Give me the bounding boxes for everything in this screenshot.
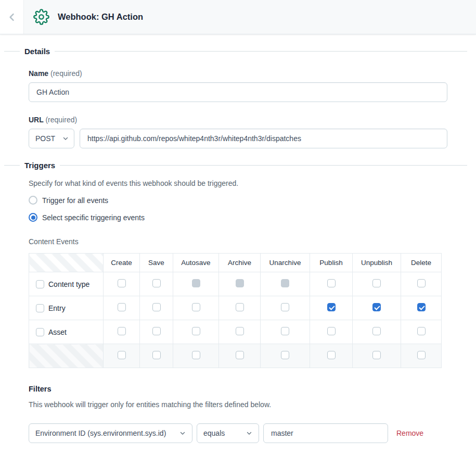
name-field-label: Name (required) — [29, 69, 447, 78]
app-header: Webhook: GH Action — [0, 0, 476, 34]
event-checkbox-save[interactable] — [152, 303, 161, 311]
event-checkbox-autosave[interactable] — [192, 303, 200, 311]
entity-row-label-cell: Content type — [29, 272, 104, 296]
column-header-unarchive: Unarchive — [261, 254, 310, 272]
table-row: Entry — [29, 296, 442, 320]
event-cell — [173, 320, 219, 344]
event-checkbox-archive[interactable] — [236, 351, 244, 359]
events-table-corner — [29, 254, 104, 272]
event-checkbox-create[interactable] — [118, 279, 126, 287]
event-checkbox-unpublish[interactable] — [372, 351, 381, 359]
row-select-checkbox[interactable] — [36, 280, 44, 288]
filter-operator-select[interactable]: equals — [197, 423, 259, 443]
event-checkbox-publish[interactable] — [327, 327, 336, 335]
table-row: Content type — [29, 272, 442, 296]
event-checkbox-autosave[interactable] — [192, 351, 200, 359]
radio-trigger-all-events[interactable]: Trigger for all events — [29, 196, 447, 205]
event-cell — [219, 272, 261, 296]
event-cell — [401, 296, 442, 320]
name-label: Name — [29, 69, 48, 78]
method-select[interactable]: POST — [29, 129, 74, 148]
event-checkbox-save[interactable] — [152, 327, 161, 335]
back-button[interactable] — [0, 0, 24, 34]
remove-filter-link[interactable]: Remove — [396, 429, 423, 437]
event-cell — [173, 344, 219, 368]
event-checkbox-archive — [236, 279, 244, 287]
entity-row-label-cell: Asset — [29, 320, 104, 344]
page-title: Webhook: GH Action — [58, 12, 143, 22]
event-checkbox-autosave[interactable] — [192, 327, 200, 335]
column-header-save: Save — [140, 254, 173, 272]
event-checkbox-unarchive[interactable] — [281, 327, 289, 335]
event-cell — [401, 344, 442, 368]
name-input[interactable] — [29, 82, 447, 102]
column-header-archive: Archive — [219, 254, 261, 272]
column-header-create: Create — [104, 254, 140, 272]
radio-select-specific-events[interactable]: Select specific triggering events — [29, 213, 447, 222]
event-checkbox-delete[interactable] — [417, 279, 426, 287]
event-checkbox-create[interactable] — [118, 327, 126, 335]
event-checkbox-unpublish[interactable] — [372, 327, 381, 335]
event-checkbox-publish[interactable] — [327, 279, 336, 287]
url-required-hint: (required) — [45, 116, 77, 124]
event-cell — [401, 320, 442, 344]
filter-row: Environment ID (sys.environment.sys.id) … — [29, 423, 447, 443]
filters-description: This webhook will trigger only for entit… — [29, 400, 447, 409]
chevron-down-icon — [179, 430, 186, 436]
gear-icon — [33, 9, 49, 25]
event-cell — [140, 344, 173, 368]
event-checkbox-save[interactable] — [152, 351, 161, 359]
radio-button[interactable] — [29, 213, 37, 222]
event-checkbox-archive[interactable] — [236, 303, 244, 311]
event-cell — [173, 272, 219, 296]
filter-field-value: Environment ID (sys.environment.sys.id) — [35, 429, 166, 437]
row-select-checkbox[interactable] — [36, 304, 44, 312]
event-cell — [310, 344, 353, 368]
event-cell — [173, 296, 219, 320]
event-checkbox-save[interactable] — [152, 279, 161, 287]
url-input[interactable] — [80, 129, 447, 148]
entity-label: Asset — [48, 328, 67, 336]
header-bar: Webhook: GH Action — [24, 0, 476, 34]
event-checkbox-publish[interactable] — [327, 303, 336, 311]
events-footer-label-cell — [29, 344, 104, 368]
event-checkbox-delete[interactable] — [417, 327, 426, 335]
event-cell — [219, 320, 261, 344]
event-checkbox-unpublish[interactable] — [372, 303, 381, 311]
event-cell — [353, 272, 401, 296]
table-row: Asset — [29, 320, 442, 344]
event-cell — [401, 272, 442, 296]
event-checkbox-create[interactable] — [118, 351, 126, 359]
filters-heading: Filters — [29, 385, 447, 393]
event-cell — [261, 320, 310, 344]
chevron-down-icon — [246, 430, 252, 436]
chevron-down-icon — [62, 135, 69, 142]
event-checkbox-create[interactable] — [118, 303, 126, 311]
event-checkbox-autosave — [192, 279, 200, 287]
radio-label: Select specific triggering events — [42, 213, 145, 222]
radio-button[interactable] — [29, 196, 37, 205]
filter-value-input[interactable] — [263, 423, 388, 443]
name-required-hint: (required) — [50, 69, 82, 78]
event-cell — [104, 344, 140, 368]
event-cell — [104, 272, 140, 296]
event-checkbox-publish[interactable] — [327, 351, 336, 359]
event-cell — [310, 296, 353, 320]
triggers-section-heading: Triggers — [4, 161, 467, 170]
url-field-label: URL (required) — [29, 116, 447, 124]
event-checkbox-unarchive[interactable] — [281, 303, 289, 311]
method-select-value: POST — [35, 134, 55, 143]
row-select-checkbox[interactable] — [36, 328, 44, 336]
event-checkbox-delete[interactable] — [417, 351, 426, 359]
event-checkbox-unpublish[interactable] — [372, 279, 381, 287]
event-checkbox-unarchive[interactable] — [281, 351, 289, 359]
event-checkbox-archive[interactable] — [236, 327, 244, 335]
filter-field-select[interactable]: Environment ID (sys.environment.sys.id) — [29, 423, 192, 443]
event-cell — [140, 272, 173, 296]
event-cell — [261, 296, 310, 320]
event-checkbox-delete[interactable] — [417, 303, 426, 311]
event-cell — [140, 296, 173, 320]
column-header-delete: Delete — [401, 254, 442, 272]
event-cell — [353, 320, 401, 344]
filter-operator-value: equals — [203, 429, 225, 437]
